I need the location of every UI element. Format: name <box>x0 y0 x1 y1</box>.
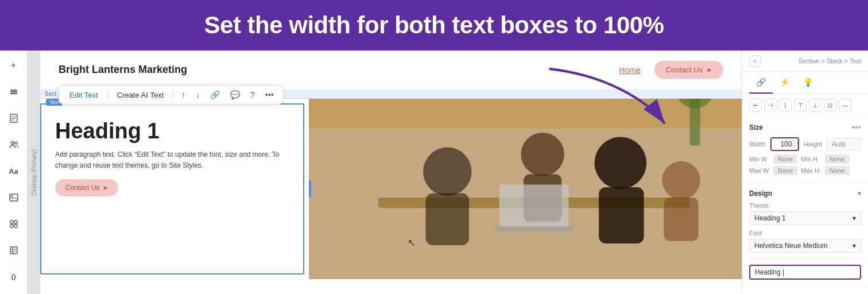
tab-action[interactable]: ⚡ <box>773 72 796 94</box>
tab-visibility[interactable]: 💡 <box>796 72 820 94</box>
move-up-button[interactable]: ↑ <box>179 89 188 100</box>
desktop-label-container: Desktop (Primary) <box>28 51 40 294</box>
svg-rect-15 <box>10 247 17 254</box>
page-icon[interactable] <box>6 110 22 126</box>
edit-text-button[interactable]: Edit Text <box>66 90 102 100</box>
svg-rect-1 <box>10 91 17 92</box>
svg-rect-26 <box>599 187 644 243</box>
width-input-group[interactable]: % <box>770 137 800 151</box>
svg-rect-29 <box>499 184 569 227</box>
height-input[interactable] <box>827 138 861 150</box>
desktop-label: Desktop (Primary) <box>31 149 37 196</box>
apps-icon[interactable] <box>6 216 22 232</box>
help-button[interactable]: ? <box>248 89 257 100</box>
svg-rect-0 <box>10 90 17 91</box>
tab-link[interactable]: 🔗 <box>749 72 773 94</box>
toolbar-divider-2 <box>173 90 173 99</box>
alignment-row: ⊢ ⊣ | ⊤ ⊥ ⊡ — <box>742 94 868 117</box>
width-label: Width <box>749 141 766 148</box>
svg-rect-2 <box>10 93 17 94</box>
align-right-button[interactable]: | <box>779 99 792 111</box>
theme-label: Theme <box>749 202 861 209</box>
main-area: + Aa {} Desktop (Primary) <box>0 51 868 294</box>
min-w-value[interactable]: None <box>773 154 797 164</box>
max-w-label: Max W <box>749 167 770 174</box>
heading-input-section: Heading | <box>742 259 868 286</box>
min-row: Min W None Min H None <box>749 154 861 164</box>
comment-button[interactable]: 💬 <box>228 89 242 100</box>
code-icon[interactable]: {} <box>6 269 22 285</box>
right-panel: < Section > Stack > Text 🔗 ⚡ 💡 ⊢ ⊣ | ⊤ ⊥… <box>742 51 868 294</box>
image-icon[interactable] <box>6 189 22 206</box>
heading-input-field[interactable]: Heading | <box>749 265 861 280</box>
svg-rect-12 <box>14 220 17 223</box>
content-section: Text Heading 1 Add paragraph text. Click… <box>40 99 742 279</box>
max-w-value[interactable]: None <box>773 166 797 175</box>
design-section: Design ▾ Theme Heading 1 ▾ Font Helvetic… <box>742 184 868 259</box>
theme-value[interactable]: Heading 1 ▾ <box>749 211 861 225</box>
align-center-v-button[interactable]: ⊥ <box>809 99 822 111</box>
design-header[interactable]: Design ▾ <box>749 189 861 198</box>
text-box[interactable]: Text Heading 1 Add paragraph text. Click… <box>40 103 304 274</box>
resize-handle[interactable] <box>309 180 311 198</box>
heading-text[interactable]: Heading 1 <box>55 119 289 144</box>
max-row: Max W None Max H None <box>749 166 861 175</box>
section-label: Sect <box>45 91 56 97</box>
align-stretch-button[interactable]: — <box>839 99 851 111</box>
left-sidebar: + Aa {} <box>0 51 28 294</box>
size-title: Size <box>749 123 763 131</box>
layers-icon[interactable] <box>6 84 22 100</box>
text-icon[interactable]: Aa <box>6 163 22 179</box>
page-preview: Bright Lanterns Marketing Home Contact U… <box>40 51 742 294</box>
svg-point-7 <box>11 142 14 145</box>
align-center-h-button[interactable]: ⊣ <box>764 99 777 111</box>
max-h-value[interactable]: None <box>825 166 849 175</box>
svg-point-23 <box>521 133 564 176</box>
contact-us-nav-button[interactable]: Contact Us ➤ <box>654 61 723 79</box>
people-icon[interactable] <box>6 137 22 153</box>
align-top-button[interactable]: ⊤ <box>794 99 807 111</box>
toolbar-divider <box>107 90 108 99</box>
design-chevron-icon: ▾ <box>858 189 861 198</box>
plus-icon[interactable]: + <box>6 57 22 74</box>
canvas-area: Desktop (Primary) Bright Lanterns Market… <box>28 51 742 294</box>
min-h-label: Min H <box>801 156 822 163</box>
svg-point-27 <box>662 161 700 199</box>
size-section: Size ••• Width % Height Min W None Min H… <box>742 117 868 184</box>
link-button[interactable]: 🔗 <box>208 89 222 100</box>
svg-point-8 <box>15 142 17 144</box>
size-more-button[interactable]: ••• <box>851 122 861 133</box>
theme-field-row: Theme Heading 1 ▾ <box>749 202 861 225</box>
paragraph-text: Add paragraph text. Click "Edit Text" to… <box>55 149 289 171</box>
svg-rect-14 <box>14 225 17 227</box>
min-h-value[interactable]: None <box>825 154 849 164</box>
home-link[interactable]: Home <box>619 65 640 75</box>
banner-text: Set the width for both text boxes to 100… <box>204 11 664 39</box>
create-ai-text-button[interactable]: Create AI Text <box>114 90 167 100</box>
table-icon[interactable] <box>6 242 22 258</box>
panel-tabs: 🔗 ⚡ 💡 <box>742 72 868 94</box>
design-title: Design <box>749 189 772 198</box>
panel-expand-button[interactable]: < <box>749 55 761 67</box>
svg-point-21 <box>423 148 471 196</box>
width-input[interactable] <box>772 138 795 150</box>
font-value[interactable]: Helvetica Neue Medium ▾ <box>749 239 861 253</box>
width-unit: % <box>795 139 800 149</box>
svg-rect-22 <box>426 194 469 245</box>
font-field-row: Font Helvetica Neue Medium ▾ <box>749 230 861 253</box>
min-w-label: Min W <box>749 156 770 163</box>
edit-toolbar: Edit Text Create AI Text ↑ ↓ 🔗 💬 ? ••• <box>59 85 284 105</box>
more-button[interactable]: ••• <box>263 89 276 100</box>
send-icon-content: ➤ <box>103 184 108 192</box>
theme-chevron-icon: ▾ <box>852 214 856 222</box>
panel-header: < Section > Stack > Text <box>742 51 868 72</box>
svg-rect-31 <box>309 99 742 128</box>
height-label: Height <box>804 141 822 148</box>
align-left-button[interactable]: ⊢ <box>749 99 762 111</box>
nav-links: Home Contact Us ➤ <box>619 61 723 79</box>
svg-rect-30 <box>495 226 573 231</box>
svg-point-25 <box>595 137 646 189</box>
contact-us-content-button[interactable]: Contact Us ➤ <box>55 179 118 196</box>
align-bottom-button[interactable]: ⊡ <box>824 99 836 111</box>
move-down-button[interactable]: ↓ <box>193 89 202 100</box>
